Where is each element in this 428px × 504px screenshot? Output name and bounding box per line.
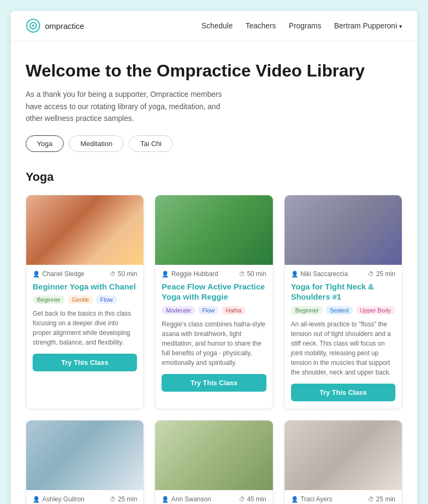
yoga-section: Yoga Chanel Sledge 50 min — [11, 165, 417, 504]
card-5-body: Ann Swanson 45 min Yoga for Back Care Ge… — [155, 490, 272, 504]
tag-flow: Flow — [96, 295, 117, 304]
clock-icon — [110, 270, 116, 278]
card-1-duration: 50 min — [110, 270, 137, 278]
card-4-teacher: Ashley Guitron — [33, 495, 85, 503]
card-1-image — [26, 195, 143, 265]
tag-flow: Flow — [198, 306, 219, 315]
card-3-image — [285, 195, 402, 265]
svg-point-2 — [32, 25, 34, 27]
logo-text: ompractice — [45, 21, 84, 30]
card-3-duration: 25 min — [368, 270, 395, 278]
card-3: Niki Saccareccia 25 min Yoga for Tight N… — [284, 195, 402, 409]
nav: Schedule Teachers Programs Bertram Puppe… — [202, 21, 402, 30]
card-2-image — [155, 195, 272, 265]
card-3-meta: Niki Saccareccia 25 min — [291, 270, 395, 278]
clock-icon — [368, 270, 374, 278]
hero-section: Welcome to the Ompractice Video Library … — [11, 41, 417, 165]
card-1-title: Beginner Yoga with Chanel — [33, 281, 137, 292]
card-2-title: Peace Flow Active Practice Yoga with Reg… — [162, 281, 266, 302]
card-3-tags: Beginner Seated Upper Body — [291, 306, 395, 315]
tag-beginner: Beginner — [291, 306, 323, 315]
user-menu-chevron — [399, 21, 402, 30]
card-1-tags: Beginner Gentle Flow — [33, 295, 137, 304]
card-6-body: Traci Ayers 25 min Foundations of Yoga E… — [285, 490, 402, 504]
clock-icon — [368, 495, 374, 503]
card-3-body: Niki Saccareccia 25 min Yoga for Tight N… — [285, 265, 402, 409]
card-1-desc: Get back to the basics in this class foc… — [33, 309, 137, 347]
clock-icon — [239, 495, 245, 503]
card-4-image — [26, 421, 143, 490]
tag-moderate: Moderate — [162, 306, 195, 315]
cards-grid: Chanel Sledge 50 min Beginner Yoga with … — [26, 195, 402, 504]
card-1-meta: Chanel Sledge 50 min — [33, 270, 137, 278]
person-icon — [291, 270, 299, 278]
card-1-body: Chanel Sledge 50 min Beginner Yoga with … — [26, 265, 143, 379]
card-2-tags: Moderate Flow Hatha — [162, 306, 266, 315]
card-6-image — [285, 421, 402, 490]
card-2-teacher: Reggie Hubbard — [162, 270, 218, 278]
card-5-teacher: Ann Swanson — [162, 495, 211, 503]
filter-taichi[interactable]: Tai Chi — [129, 135, 173, 152]
card-2-try-button[interactable]: Try This Class — [162, 374, 266, 392]
card-1-try-button[interactable]: Try This Class — [33, 354, 137, 371]
card-4-meta: Ashley Guitron 25 min — [33, 495, 137, 503]
page-container: ompractice Schedule Teachers Programs Be… — [11, 11, 417, 504]
person-icon — [33, 270, 40, 278]
card-2-body: Reggie Hubbard 50 min Peace Flow Active … — [155, 265, 272, 399]
card-3-teacher: Niki Saccareccia — [291, 270, 348, 278]
clock-icon — [110, 495, 116, 503]
card-6: Traci Ayers 25 min Foundations of Yoga E… — [284, 420, 402, 504]
card-5-duration: 45 min — [239, 495, 266, 503]
person-icon — [162, 270, 169, 278]
nav-teachers[interactable]: Teachers — [246, 21, 276, 30]
person-icon — [33, 495, 40, 503]
card-4-body: Ashley Guitron 25 min Vinyasa Express wi… — [26, 490, 143, 504]
card-3-desc: An all-levels practice to "floss" the te… — [291, 319, 395, 377]
card-5-image — [155, 421, 272, 490]
card-5: Ann Swanson 45 min Yoga for Back Care Ge… — [155, 420, 273, 504]
clock-icon — [239, 270, 245, 278]
person-icon — [162, 495, 169, 503]
card-2-meta: Reggie Hubbard 50 min — [162, 270, 266, 278]
card-2-desc: Reggie's class combines hatha-style asan… — [162, 319, 266, 368]
filter-yoga[interactable]: Yoga — [26, 135, 64, 152]
card-4-duration: 25 min — [110, 495, 137, 503]
section-title: Yoga — [26, 170, 402, 184]
card-3-title: Yoga for Tight Neck & Shoulders #1 — [291, 281, 395, 302]
card-2: Reggie Hubbard 50 min Peace Flow Active … — [155, 195, 273, 409]
logo-icon — [26, 18, 41, 33]
filter-buttons: Yoga Meditation Tai Chi — [26, 135, 402, 152]
header: ompractice Schedule Teachers Programs Be… — [11, 11, 417, 41]
tag-gentle: Gentle — [67, 295, 93, 304]
nav-programs[interactable]: Programs — [289, 21, 322, 30]
card-1-teacher: Chanel Sledge — [33, 270, 85, 278]
card-5-meta: Ann Swanson 45 min — [162, 495, 266, 503]
tag-beginner: Beginner — [33, 295, 65, 304]
logo[interactable]: ompractice — [26, 18, 84, 33]
card-4: Ashley Guitron 25 min Vinyasa Express wi… — [26, 420, 144, 504]
card-2-duration: 50 min — [239, 270, 266, 278]
hero-description: As a thank you for being a supporter, Om… — [26, 88, 229, 124]
filter-meditation[interactable]: Meditation — [69, 135, 124, 152]
hero-title: Welcome to the Ompractice Video Library — [26, 60, 402, 81]
nav-user[interactable]: Bertram Pupperoni — [334, 21, 402, 30]
tag-seated: Seated — [326, 306, 353, 315]
person-icon — [291, 495, 299, 503]
card-1: Chanel Sledge 50 min Beginner Yoga with … — [26, 195, 144, 409]
tag-upper-body: Upper Body — [356, 306, 395, 315]
card-6-meta: Traci Ayers 25 min — [291, 495, 395, 503]
card-3-try-button[interactable]: Try This Class — [291, 384, 395, 401]
card-6-duration: 25 min — [368, 495, 395, 503]
card-6-teacher: Traci Ayers — [291, 495, 332, 503]
tag-hatha: Hatha — [221, 306, 246, 315]
nav-schedule[interactable]: Schedule — [202, 21, 233, 30]
